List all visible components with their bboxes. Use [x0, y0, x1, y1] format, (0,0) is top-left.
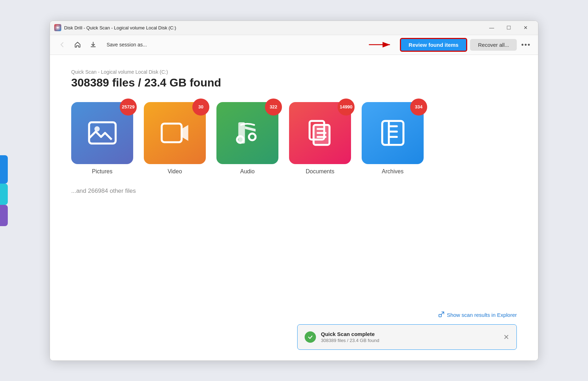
svg-rect-5: [162, 124, 181, 142]
main-content: Quick Scan - Logical volume Local Disk (…: [50, 55, 538, 360]
categories-grid: 25729 Pictures 30: [71, 102, 517, 175]
review-found-items-button[interactable]: Review found items: [400, 38, 468, 52]
minimize-button[interactable]: —: [484, 22, 500, 33]
video-icon-wrap: 30: [144, 102, 206, 164]
more-options-button[interactable]: •••: [520, 38, 532, 51]
toast-notification: Quick Scan complete 308389 files / 23.4 …: [297, 324, 517, 350]
documents-icon: [304, 117, 336, 149]
audio-badge: 322: [265, 99, 282, 116]
pictures-badge: 25729: [120, 99, 137, 116]
bottom-section: Show scan results in Explorer Quick Scan…: [50, 311, 538, 360]
save-session-button[interactable]: Save session as...: [102, 40, 151, 50]
side-decoration: [0, 155, 8, 226]
documents-icon-wrap: 14990: [289, 102, 351, 164]
audio-label: Audio: [240, 168, 255, 175]
back-button[interactable]: [56, 38, 68, 51]
toolbar: Save session as... Review found items Re…: [50, 35, 538, 55]
audio-icon: [232, 117, 264, 149]
close-button[interactable]: ✕: [518, 22, 534, 33]
show-scan-explorer-link[interactable]: Show scan results in Explorer: [438, 311, 517, 319]
toast-close-button[interactable]: ✕: [503, 333, 509, 341]
toast-text: Quick Scan complete 308389 files / 23.4 …: [321, 331, 498, 343]
save-session-icon[interactable]: [87, 38, 100, 51]
audio-icon-wrap: 322: [216, 102, 278, 164]
arrow-indicator: [367, 38, 396, 52]
pictures-icon: [86, 117, 118, 149]
archives-badge: 334: [410, 99, 427, 116]
archives-icon: [377, 117, 409, 149]
documents-badge: 14990: [338, 99, 355, 116]
category-video[interactable]: 30 Video: [144, 102, 206, 175]
window-title: Disk Drill - Quick Scan - Logical volume…: [64, 25, 484, 30]
video-icon: [159, 117, 191, 149]
video-label: Video: [168, 168, 182, 175]
svg-rect-13: [382, 121, 403, 145]
svg-rect-9: [313, 125, 329, 145]
pictures-label: Pictures: [92, 168, 113, 175]
archives-label: Archives: [382, 168, 403, 175]
category-pictures[interactable]: 25729 Pictures: [71, 102, 133, 175]
documents-label: Documents: [306, 168, 334, 175]
svg-point-7: [249, 134, 255, 140]
window-controls: — ☐ ✕: [484, 22, 534, 33]
app-icon: [54, 24, 61, 31]
toast-subtitle: 308389 files / 23.4 GB found: [321, 338, 498, 343]
category-archives[interactable]: 334 Archives: [362, 102, 424, 175]
show-scan-explorer-icon: [438, 311, 445, 319]
home-button[interactable]: [71, 38, 84, 51]
recover-all-button[interactable]: Recover all...: [470, 39, 517, 51]
video-badge: 30: [192, 99, 209, 116]
title-bar: Disk Drill - Quick Scan - Logical volume…: [50, 21, 538, 35]
show-scan-explorer-label: Show scan results in Explorer: [447, 312, 517, 318]
app-window: Disk Drill - Quick Scan - Logical volume…: [50, 21, 538, 361]
category-audio[interactable]: 322 Audio: [216, 102, 278, 175]
archives-icon-wrap: 334: [362, 102, 424, 164]
toast-title: Quick Scan complete: [321, 331, 498, 337]
scan-subtitle: Quick Scan - Logical volume Local Disk (…: [71, 69, 517, 75]
toast-check-icon: [305, 331, 316, 343]
scan-title: 308389 files / 23.4 GB found: [71, 76, 517, 89]
category-documents[interactable]: 14990 Documents: [289, 102, 351, 175]
pictures-icon-wrap: 25729: [71, 102, 133, 164]
other-files-text: ...and 266984 other files: [71, 187, 517, 195]
maximize-button[interactable]: ☐: [501, 22, 517, 33]
